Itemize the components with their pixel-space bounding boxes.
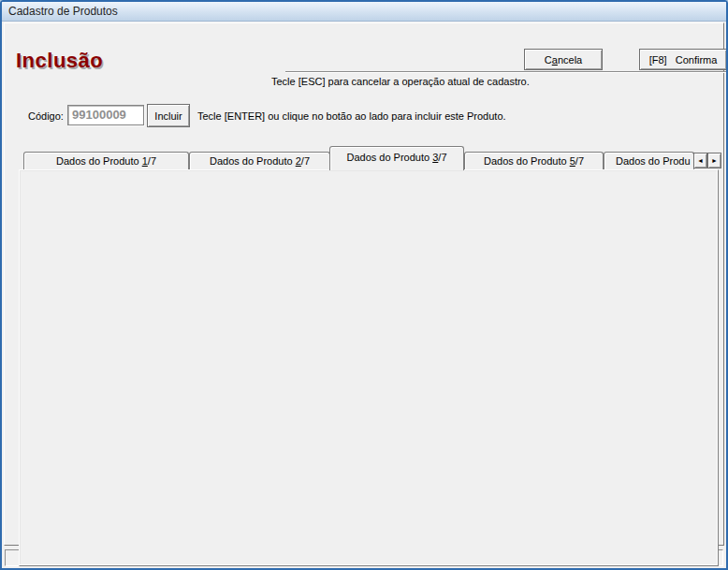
window-title: Cadastro de Produtos	[8, 5, 118, 18]
tab-dados-5-7[interactable]: Dados do Produto 5/7	[464, 152, 604, 169]
confirm-button[interactable]: [F8] Confirma	[639, 49, 727, 70]
header-divider	[285, 71, 727, 73]
codigo-value: 99100009	[72, 108, 126, 122]
tab-label: Dados do Produto 2/7	[210, 155, 310, 167]
codigo-input[interactable]: 99100009	[67, 105, 144, 125]
tab-label: Dados do Produto 1/7	[56, 155, 156, 167]
codigo-label: Código:	[28, 110, 64, 122]
incluir-button[interactable]: Incluir	[147, 104, 190, 127]
cancel-button[interactable]: Cancela	[524, 49, 603, 70]
title-bar[interactable]: Cadastro de Produtos	[2, 2, 726, 22]
cadastro-de-produtos-window: Cadastro de Produtos Inclusão Cancela [F…	[0, 0, 728, 570]
tab-dados-2-7[interactable]: Dados do Produto 2/7	[189, 152, 330, 169]
cancel-button-label: Cancela	[545, 54, 582, 66]
confirm-button-label: [F8] Confirma	[649, 54, 718, 66]
incluir-button-label: Incluir	[154, 110, 182, 122]
tab-dados-3-7[interactable]: Dados do Produto 3/7	[329, 146, 464, 170]
esc-hint-text: Tecle [ESC] para cancelar a operação atu…	[271, 76, 530, 87]
tab-next-icon: ►	[711, 157, 718, 164]
tab-dados-truncated[interactable]: Dados do Produ	[604, 152, 694, 169]
tab-page-dados-3-7	[19, 169, 719, 566]
tab-label: Dados do Produto 3/7	[346, 152, 446, 163]
dialog-client-area: Inclusão Cancela [F8] Confirma Tecle [ES…	[4, 22, 724, 546]
tab-dados-1-7[interactable]: Dados do Produto 1/7	[23, 152, 189, 169]
tab-prev-icon: ◄	[697, 157, 704, 164]
tab-scroll-right-button[interactable]: ►	[707, 153, 721, 168]
tab-label: Dados do Produto 5/7	[484, 155, 584, 167]
tab-label: Dados do Produ	[616, 155, 691, 167]
incluir-hint-text: Tecle [ENTER] ou clique no botão ao lado…	[197, 110, 506, 122]
tab-scroll-left-button[interactable]: ◄	[693, 153, 707, 168]
page-title: Inclusão	[16, 49, 103, 73]
